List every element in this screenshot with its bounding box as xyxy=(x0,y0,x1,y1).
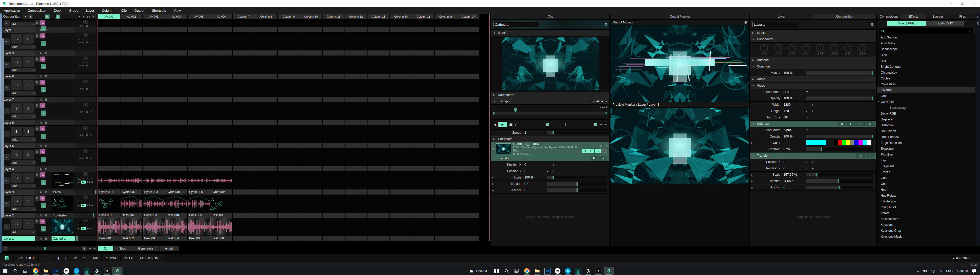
menu-item-deck[interactable]: Deck xyxy=(50,9,65,13)
knob-dial[interactable] xyxy=(844,44,853,52)
xfade-a-button[interactable]: A xyxy=(40,214,41,217)
tab-effects[interactable]: Effects xyxy=(901,14,926,19)
toolbar-button-tap[interactable]: TAP xyxy=(89,254,101,262)
empty-clip-cell[interactable] xyxy=(457,102,479,125)
layer-close-button[interactable]: × xyxy=(3,131,10,137)
decrement-button[interactable]: - xyxy=(806,109,807,113)
chevron-right-icon[interactable]: ▶ xyxy=(750,180,754,182)
taskbar-button-start[interactable] xyxy=(491,267,501,275)
loopmode-icon[interactable]: ↔ xyxy=(82,61,84,63)
transport-icon[interactable]: ◀ xyxy=(79,41,81,44)
empty-clip-cell[interactable] xyxy=(457,195,479,218)
chevron-right-icon[interactable]: ▶ xyxy=(491,183,495,185)
transport-icon[interactable]: ◀ xyxy=(79,134,81,136)
column-tab[interactable]: AV 003 xyxy=(143,14,165,19)
empty-clip-cell[interactable] xyxy=(368,56,390,79)
transport-icon[interactable]: ⇄ xyxy=(90,64,92,67)
close-icon[interactable]: × xyxy=(606,144,608,148)
empty-clip-cell[interactable] xyxy=(435,102,457,125)
clip-file-row[interactable]: ▶ Cathedral_19.mov DXV 3.0 Normal Qualit… xyxy=(491,142,609,155)
knob-dial[interactable] xyxy=(788,44,796,52)
empty-clip-cell[interactable] xyxy=(300,20,322,32)
column-tab[interactable]: AV 004 xyxy=(165,14,187,19)
taskbar-button-hashtag[interactable]: # xyxy=(102,267,112,275)
empty-clip-cell[interactable] xyxy=(368,149,390,171)
bpm-display[interactable]: BPM128.00 xyxy=(14,254,38,262)
loopmode-icon[interactable]: →| xyxy=(89,84,92,87)
transport-icon[interactable]: ◀ xyxy=(79,157,81,160)
empty-clip-cell[interactable] xyxy=(323,33,345,55)
loopmode-icon[interactable]: ↔ xyxy=(83,223,85,226)
slider[interactable] xyxy=(806,71,873,74)
green-channel-toggle[interactable]: G xyxy=(588,149,595,153)
empty-clip-cell[interactable] xyxy=(255,149,277,171)
empty-clip-cell[interactable] xyxy=(368,102,390,125)
prop-value[interactable]: 0 xyxy=(525,163,547,166)
taskbar-button-resolume-avenue[interactable] xyxy=(82,267,92,275)
minimize-button[interactable]: – xyxy=(945,0,956,7)
layer-name[interactable]: Layer 5 xyxy=(2,143,35,149)
increment-button[interactable]: + xyxy=(811,109,814,113)
clip-panel-tab[interactable]: Clip xyxy=(491,14,609,20)
playmode-icon[interactable]: ⇌ xyxy=(605,123,607,126)
layer-audio-button[interactable]: A xyxy=(40,103,45,108)
layer-blendmode-dropdown[interactable]: Add▼ xyxy=(11,183,36,188)
column-tab[interactable]: Column 8 xyxy=(255,14,277,19)
empty-clip-cell[interactable] xyxy=(412,102,434,125)
loopmode-icon[interactable]: ↻ xyxy=(78,38,80,40)
empty-clip-cell[interactable] xyxy=(435,79,457,102)
layer-blendmode-dropdown[interactable]: Add▼ xyxy=(11,44,36,49)
section-transform[interactable]: ▼TransformP.≡ xyxy=(750,153,876,159)
slider-handle[interactable] xyxy=(576,188,578,192)
empty-clip-cell[interactable] xyxy=(165,56,187,79)
prop-value[interactable]: 100 % xyxy=(525,176,547,179)
layer-audio-button[interactable]: A xyxy=(40,33,45,38)
clip-cell[interactable]: Bass 006 xyxy=(210,195,232,218)
toolbar-button-metronome[interactable]: METRONOME xyxy=(137,254,164,262)
chevron-right-icon[interactable]: ▶ xyxy=(750,186,754,189)
layer-bypass-button[interactable]: B xyxy=(11,173,22,183)
empty-clip-cell[interactable] xyxy=(210,102,232,125)
empty-clip-cell[interactable] xyxy=(345,56,367,79)
empty-clip-cell[interactable] xyxy=(98,20,120,32)
empty-clip-cell[interactable] xyxy=(188,20,210,32)
layer-video-button[interactable]: V xyxy=(41,226,46,231)
effect-item[interactable]: Exposure xyxy=(877,145,975,152)
prop-value[interactable]: 1280 xyxy=(783,103,806,106)
effect-item[interactable]: Circles xyxy=(877,75,975,81)
crossfader-b-button[interactable]: B xyxy=(81,247,87,251)
empty-clip-cell[interactable] xyxy=(323,172,345,194)
active-clip-name[interactable]: Trontastik xyxy=(52,213,75,218)
xfade-b-button[interactable]: B xyxy=(45,52,47,55)
speaker-icon[interactable] xyxy=(923,269,927,273)
loopmode-icon[interactable]: ↻ xyxy=(78,130,80,133)
red-channel-toggle[interactable]: R xyxy=(582,149,588,153)
empty-clip-cell[interactable] xyxy=(188,79,210,102)
tab-files[interactable]: Files xyxy=(950,14,975,19)
prop-value[interactable]: Alpha xyxy=(783,128,806,132)
layer-close-button[interactable]: × xyxy=(3,177,10,183)
composition-master-button[interactable]: M xyxy=(45,14,49,19)
transport-icon[interactable]: ▮▮ xyxy=(87,204,90,207)
empty-clip-cell[interactable] xyxy=(435,20,457,32)
active-clip-name[interactable]: Cathedral xyxy=(52,236,75,241)
layer-solo-small-button[interactable]: S xyxy=(83,33,88,37)
layer-video-button[interactable]: V xyxy=(41,111,46,115)
active-clip-name[interactable] xyxy=(52,74,75,79)
prop-value[interactable]: 720 xyxy=(783,109,806,113)
layer-solo-small-button[interactable]: S xyxy=(83,57,88,60)
layer-name[interactable]: Layer 10 xyxy=(2,27,35,33)
layer-progress-bar[interactable] xyxy=(75,166,97,172)
layer-progress-bar[interactable] xyxy=(75,213,97,218)
effect-item[interactable]: Distortion xyxy=(877,122,975,128)
clip-cell[interactable]: Synth 002 xyxy=(121,172,142,194)
chevron-right-icon[interactable]: ▶ xyxy=(491,177,495,179)
palette-swatch[interactable] xyxy=(834,140,838,145)
transport-icon[interactable]: ▮▮ xyxy=(509,123,512,126)
empty-clip-cell[interactable] xyxy=(435,218,457,241)
taskbar-button-file-explorer[interactable] xyxy=(41,267,51,275)
layer-name[interactable]: Layer 2 xyxy=(2,213,35,218)
layer-bypass-button[interactable]: B xyxy=(11,80,22,90)
toolbar-button-resync[interactable]: RESYNC xyxy=(102,254,121,262)
increment-button[interactable]: + xyxy=(552,163,555,167)
